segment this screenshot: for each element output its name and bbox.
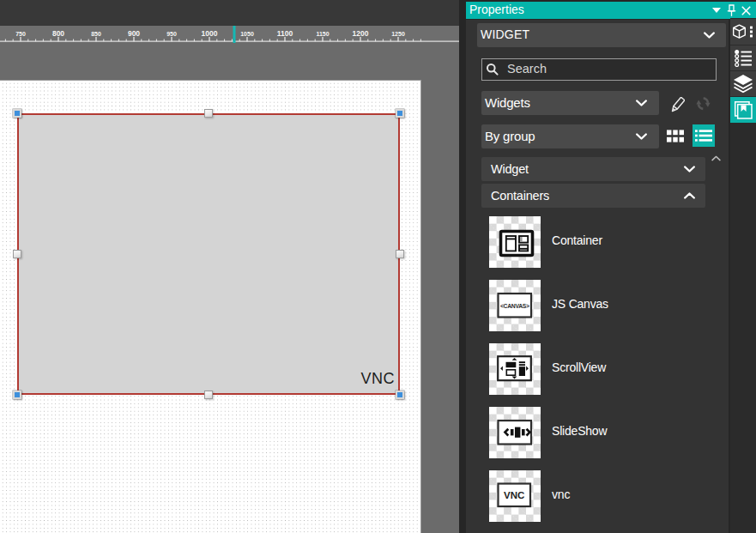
svg-text:1050: 1050 [240,31,254,37]
svg-text:1150: 1150 [316,31,329,37]
svg-text:800: 800 [52,29,64,38]
svg-text:1100: 1100 [277,29,293,38]
svg-text:VNC: VNC [504,490,524,500]
svg-text:950: 950 [166,31,177,37]
svg-text:750: 750 [15,31,26,37]
svg-text:<CANVAS>: <CANVAS> [500,303,529,309]
svg-text:850: 850 [91,31,101,37]
svg-text:1250: 1250 [391,31,405,37]
svg-text:1200: 1200 [353,29,369,38]
svg-text:1000: 1000 [202,29,218,38]
svg-text:900: 900 [128,29,140,38]
